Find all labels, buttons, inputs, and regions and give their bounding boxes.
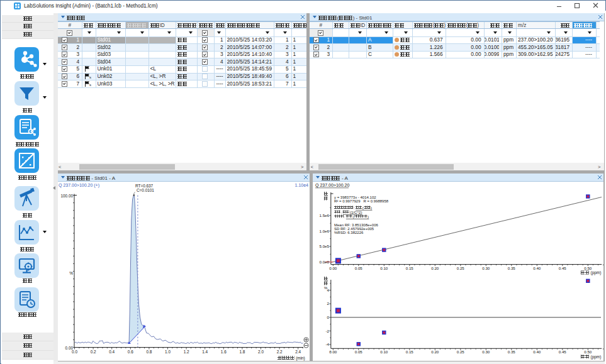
svg-text:2: 2 (327, 301, 329, 306)
svg-text:1.2: 1.2 (183, 349, 189, 353)
svg-text:0.50: 0.50 (584, 350, 592, 354)
svg-text::: : (354, 206, 355, 209)
svg-text:0.10: 0.10 (380, 350, 388, 354)
svg-text:0.0e0: 0.0e0 (319, 259, 329, 263)
svg-text:1.5e6: 1.5e6 (319, 213, 329, 218)
svg-text:(: ( (362, 206, 364, 209)
svg-text:C=0.0101: C=0.0101 (137, 187, 154, 192)
svg-text:1.6: 1.6 (220, 349, 226, 353)
svg-text:(min): (min) (296, 355, 305, 360)
svg-text:1.0e6: 1.0e6 (319, 228, 329, 233)
svg-text::: : (340, 210, 342, 214)
svg-text:0.25: 0.25 (457, 265, 465, 270)
svg-text:): ) (368, 214, 369, 218)
svg-text:0.6: 0.6 (127, 349, 133, 353)
svg-text:-2: -2 (325, 328, 329, 333)
svg-text:0.45: 0.45 (559, 350, 567, 354)
svg-text:Q 237.00>100.20 (+): Q 237.00>100.20 (+) (59, 182, 99, 187)
svg-text:0.30: 0.30 (482, 265, 490, 270)
svg-text:0.25: 0.25 (457, 350, 465, 354)
svg-text:0.20: 0.20 (431, 350, 439, 354)
svg-text:(1/C^2): (1/C^2) (350, 210, 362, 214)
svg-text:Q 237.00>100.20: Q 237.00>100.20 (315, 183, 349, 188)
svg-text:s: s (89, 83, 91, 87)
svg-text:%: % (69, 271, 73, 275)
svg-text:0.30: 0.30 (482, 350, 490, 354)
svg-text:RT=0.637: RT=0.637 (135, 183, 154, 187)
svg-text:R² = 0.9977929 R = 0.9988958: R² = 0.9977929 R = 0.9988958 (334, 199, 389, 202)
svg-text:s: s (89, 75, 91, 79)
svg-text:0: 0 (327, 315, 329, 319)
svg-text:1.4: 1.4 (202, 349, 208, 353)
svg-text:2.0: 2.0 (258, 349, 264, 353)
svg-text:0.2: 0.2 (90, 349, 96, 353)
svg-text:0.35: 0.35 (508, 265, 516, 270)
svg-text:): ) (371, 206, 372, 209)
svg-text:5.0e5: 5.0e5 (319, 244, 329, 248)
svg-text:2.4: 2.4 (295, 349, 301, 353)
svg-text:0.05: 0.05 (355, 350, 363, 354)
svg-text:%RSD: 6.382226: %RSD: 6.382226 (334, 230, 364, 234)
svg-text:1.0: 1.0 (165, 349, 171, 353)
svg-text:1.10e4: 1.10e4 (295, 182, 308, 187)
svg-text:0.50: 0.50 (584, 265, 592, 270)
svg-text:2.2: 2.2 (276, 349, 282, 353)
svg-text:0.4: 0.4 (109, 349, 115, 353)
svg-text:0.45: 0.45 (559, 265, 567, 270)
svg-text:0.00: 0.00 (329, 265, 337, 270)
svg-text:1.8: 1.8 (239, 349, 245, 353)
svg-text:-4: -4 (325, 342, 329, 346)
svg-text:0.20: 0.20 (431, 265, 439, 270)
svg-text:0.05: 0.05 (355, 265, 363, 270)
svg-text:100.00: 100.00 (60, 193, 73, 197)
svg-text:%: % (324, 286, 328, 290)
svg-text:(: ( (352, 214, 354, 218)
svg-text::: : (344, 214, 345, 218)
svg-text:(ppm): (ppm) (590, 354, 601, 359)
svg-text:(ppm): (ppm) (590, 270, 601, 275)
svg-text:0.0: 0.0 (72, 349, 77, 353)
svg-text:0.15: 0.15 (406, 265, 414, 270)
svg-text:0.00: 0.00 (329, 350, 337, 354)
svg-text:0.40: 0.40 (533, 265, 541, 270)
svg-text:0.8: 0.8 (146, 349, 152, 353)
svg-text:0.40: 0.40 (533, 350, 541, 354)
svg-text:0.15: 0.15 (406, 350, 414, 354)
svg-text:0.10: 0.10 (380, 265, 388, 270)
svg-text:0.35: 0.35 (508, 350, 516, 354)
